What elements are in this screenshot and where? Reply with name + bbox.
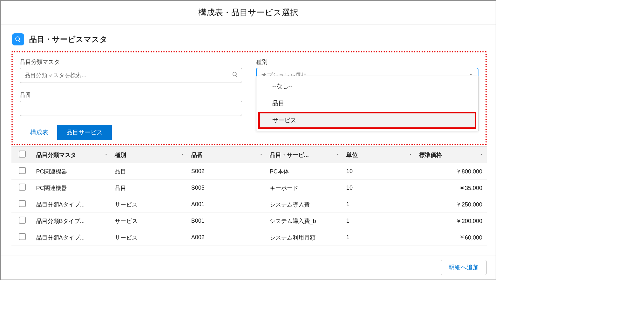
cell-category: 品目分類Bタイプ...: [33, 213, 112, 229]
cell-category: PC関連機器: [33, 163, 112, 180]
cell-category: 品目分類Aタイプ...: [33, 196, 112, 213]
row-checkbox[interactable]: [19, 233, 26, 240]
cell-type: サービス: [112, 196, 188, 213]
dialog-body[interactable]: 品目・サービスマスタ 品目分類マスタ 種別 オプションを選択: [1, 24, 496, 255]
cell-price: ￥200,000: [416, 213, 487, 229]
col-name[interactable]: 品目・サービ...: [270, 151, 309, 159]
type-option-service[interactable]: サービス: [258, 112, 476, 129]
table-row: 品目分類Aタイプ...サービスA002システム利用月額1￥60,000: [11, 229, 487, 246]
cell-price: ￥800,000: [416, 163, 487, 180]
cell-unit: 1: [343, 213, 416, 229]
cell-name: PC本体: [267, 163, 343, 180]
section-header: 品目・サービスマスタ: [12, 33, 487, 45]
type-option-item[interactable]: 品目: [258, 95, 476, 112]
partno-input[interactable]: [20, 101, 242, 116]
tab-item-service[interactable]: 品目サービス: [57, 125, 112, 140]
cell-price: ￥35,000: [416, 180, 487, 196]
cell-type: サービス: [112, 229, 188, 246]
cell-unit: 10: [343, 163, 416, 180]
cell-category: PC関連機器: [33, 180, 112, 196]
table-row: PC関連機器品目S005キーボード10￥35,000: [11, 180, 487, 196]
table-row: PC関連機器品目S002PC本体10￥800,000: [11, 163, 487, 180]
row-checkbox[interactable]: [19, 200, 26, 207]
type-label: 種別: [256, 58, 478, 66]
chevron-down-icon[interactable]: [479, 152, 484, 158]
chevron-down-icon[interactable]: [104, 152, 108, 158]
search-icon: [12, 33, 24, 45]
col-price[interactable]: 標準価格: [419, 151, 442, 159]
cell-name: システム利用月額: [267, 229, 343, 246]
results-table: 品目分類マスタ 種別 品番 品目・サービ... 単位 標準価格 PC関連機器品目…: [11, 146, 487, 246]
cell-price: ￥250,000: [416, 196, 487, 213]
row-checkbox[interactable]: [19, 184, 26, 191]
type-dropdown: --なし-- 品目 サービス: [256, 76, 478, 131]
category-label: 品目分類マスタ: [20, 58, 242, 66]
partno-label: 品番: [20, 91, 242, 99]
cell-name: システム導入費_b: [267, 213, 343, 229]
chevron-down-icon[interactable]: [180, 152, 185, 158]
col-unit[interactable]: 単位: [346, 151, 358, 159]
chevron-down-icon[interactable]: [259, 152, 263, 158]
cell-partno: A001: [188, 196, 267, 213]
cell-unit: 1: [343, 196, 416, 213]
row-checkbox[interactable]: [19, 167, 26, 174]
cell-price: ￥60,000: [416, 229, 487, 246]
cell-name: システム導入費: [267, 196, 343, 213]
cell-unit: 1: [343, 229, 416, 246]
chevron-down-icon[interactable]: [336, 152, 340, 158]
cell-unit: 10: [343, 180, 416, 196]
cell-partno: S002: [188, 163, 267, 180]
table-row: 品目分類Bタイプ...サービスB001システム導入費_b1￥200,000: [11, 213, 487, 229]
cell-partno: S005: [188, 180, 267, 196]
table-row: 品目分類Aタイプ...サービスA001システム導入費1￥250,000: [11, 196, 487, 213]
section-title: 品目・サービスマスタ: [29, 34, 107, 44]
search-inline-icon: [232, 71, 238, 79]
cell-category: 品目分類Aタイプ...: [33, 229, 112, 246]
col-category[interactable]: 品目分類マスタ: [36, 151, 76, 159]
cell-type: 品目: [112, 163, 188, 180]
filter-panel: 品目分類マスタ 種別 オプションを選択: [11, 51, 487, 145]
row-checkbox[interactable]: [19, 217, 26, 224]
category-lookup-input[interactable]: [20, 68, 242, 83]
cell-type: サービス: [112, 213, 188, 229]
cell-partno: B001: [188, 213, 267, 229]
cell-partno: A002: [188, 229, 267, 246]
chevron-down-icon[interactable]: [408, 152, 413, 158]
dialog-footer: 明細へ追加: [1, 255, 496, 280]
col-type[interactable]: 種別: [115, 151, 126, 159]
dialog-title: 構成表・品目サービス選択: [1, 1, 496, 24]
type-option-none[interactable]: --なし--: [258, 78, 476, 95]
dialog-window: 構成表・品目サービス選択 品目・サービスマスタ 品目分類マスタ: [0, 0, 496, 280]
cell-type: 品目: [112, 180, 188, 196]
cell-name: キーボード: [267, 180, 343, 196]
add-to-detail-button[interactable]: 明細へ追加: [441, 260, 487, 275]
col-partno[interactable]: 品番: [191, 151, 203, 159]
select-all-checkbox[interactable]: [19, 151, 26, 158]
tab-structure[interactable]: 構成表: [21, 125, 58, 140]
